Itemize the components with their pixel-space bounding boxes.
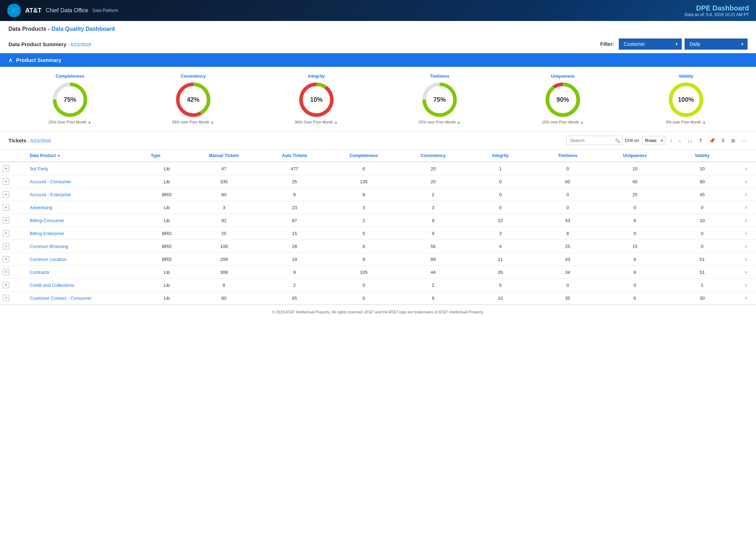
row-auto-8: 9 bbox=[261, 266, 328, 279]
product-link-8[interactable]: Contracts bbox=[30, 270, 49, 275]
row-auto-10: 65 bbox=[261, 292, 328, 305]
search-input[interactable] bbox=[566, 136, 622, 145]
sort-desc-button[interactable]: ↓ bbox=[677, 136, 683, 145]
chevron-right-icon-3[interactable]: › bbox=[745, 204, 747, 210]
customer-filter-select[interactable]: Customer Enterprise Consumer bbox=[619, 38, 682, 50]
product-link-5[interactable]: Billing-Enterprise bbox=[30, 231, 64, 236]
row-expand-0[interactable]: + bbox=[0, 162, 26, 175]
row-chevron-9[interactable]: › bbox=[736, 279, 756, 292]
chevron-right-icon-1[interactable]: › bbox=[745, 178, 747, 184]
breadcrumb-current[interactable]: Data Quality Dashboard bbox=[51, 26, 115, 32]
pin-button[interactable]: 📌 bbox=[707, 136, 717, 145]
chevron-right-icon-4[interactable]: › bbox=[745, 217, 747, 223]
row-chevron-5[interactable]: › bbox=[736, 227, 756, 240]
chevron-right-icon-8[interactable]: › bbox=[745, 269, 747, 275]
product-link-1[interactable]: Account - Consumer bbox=[30, 179, 71, 184]
row-completeness-0: 6 bbox=[328, 162, 400, 175]
expand-button-2[interactable]: + bbox=[3, 191, 9, 198]
row-auto-2: 8 bbox=[261, 188, 328, 201]
product-link-0[interactable]: 3rd Party bbox=[30, 166, 48, 171]
search-wrapper[interactable] bbox=[566, 136, 622, 145]
rows-wrapper[interactable]: Rows bbox=[642, 136, 665, 145]
expand-button-5[interactable]: + bbox=[3, 230, 9, 236]
period-filter-wrapper[interactable]: Daily Weekly Monthly bbox=[685, 38, 748, 50]
gauge-sub-4: 10% over Prior Month ▲ bbox=[501, 120, 624, 124]
row-uniqueness-1: 40 bbox=[601, 175, 668, 188]
header-right: DPE Dashboard Data as of: 5.8, 2019 10:2… bbox=[685, 4, 749, 17]
expand-button-9[interactable]: + bbox=[3, 282, 9, 288]
row-expand-1[interactable]: + bbox=[0, 175, 26, 188]
row-type-10: Lib bbox=[147, 292, 187, 305]
row-expand-6[interactable]: + bbox=[0, 240, 26, 253]
expand-button-3[interactable]: + bbox=[3, 204, 9, 211]
th-expand bbox=[0, 150, 26, 162]
expand-button-4[interactable]: + bbox=[3, 217, 9, 223]
row-expand-3[interactable]: + bbox=[0, 201, 26, 214]
row-chevron-4[interactable]: › bbox=[736, 214, 756, 227]
gauge-timliness: Timliness 75% 25% over Prior Month ▲ bbox=[378, 74, 501, 124]
tickets-title: Tickets bbox=[8, 137, 26, 143]
table-row: + 3rd Party Lib 47 477 6 20 1 0 10 10 › bbox=[0, 162, 756, 175]
chevron-right-icon-0[interactable]: › bbox=[745, 165, 747, 171]
row-expand-2[interactable]: + bbox=[0, 188, 26, 201]
th-data-product[interactable]: Data Product ▼ bbox=[26, 150, 147, 162]
rows-select[interactable]: Rows bbox=[642, 136, 665, 145]
chevron-right-icon-10[interactable]: › bbox=[745, 295, 747, 301]
row-timliness-7: 43 bbox=[534, 253, 601, 266]
row-consistency-0: 20 bbox=[399, 162, 467, 175]
sort-desc-alt-button[interactable]: ↓↓ bbox=[686, 136, 694, 145]
expand-button-10[interactable]: + bbox=[3, 295, 9, 301]
product-link-10[interactable]: Customer Contact - Consumer bbox=[30, 296, 91, 301]
row-chevron-7[interactable]: › bbox=[736, 253, 756, 266]
expand-button-0[interactable]: + bbox=[3, 165, 9, 172]
row-chevron-8[interactable]: › bbox=[736, 266, 756, 279]
row-chevron-3[interactable]: › bbox=[736, 201, 756, 214]
expand-button-7[interactable]: + bbox=[3, 256, 9, 262]
row-uniqueness-6: 15 bbox=[601, 240, 668, 253]
gauge-arrow-4: ▲ bbox=[580, 120, 584, 124]
chevron-right-icon-9[interactable]: › bbox=[745, 282, 747, 288]
product-link-2[interactable]: Account - Enterprise bbox=[30, 192, 71, 197]
row-expand-8[interactable]: + bbox=[0, 266, 26, 279]
filter-button[interactable]: ⊽ bbox=[720, 136, 727, 145]
sort-asc-button[interactable]: ↑ bbox=[668, 136, 674, 145]
row-chevron-2[interactable]: › bbox=[736, 188, 756, 201]
table-body: + 3rd Party Lib 47 477 6 20 1 0 10 10 › … bbox=[0, 162, 756, 305]
product-link-6[interactable]: Common Browsing bbox=[30, 244, 68, 249]
row-expand-4[interactable]: + bbox=[0, 214, 26, 227]
more-button[interactable]: ··· bbox=[740, 136, 748, 145]
row-expand-5[interactable]: + bbox=[0, 227, 26, 240]
tickets-title-row: Tickets - 5/22/2019 bbox=[8, 137, 51, 143]
row-consistency-3: 3 bbox=[399, 201, 467, 214]
product-summary-label: Product Summary bbox=[16, 57, 61, 63]
row-chevron-10[interactable]: › bbox=[736, 292, 756, 305]
gauge-container-3: 75% bbox=[422, 82, 457, 117]
row-manual-5: 25 bbox=[187, 227, 261, 240]
product-link-7[interactable]: Common Location bbox=[30, 257, 67, 262]
product-link-9[interactable]: Credit and Collections bbox=[30, 283, 74, 288]
period-filter-select[interactable]: Daily Weekly Monthly bbox=[685, 38, 748, 50]
chevron-right-icon-7[interactable]: › bbox=[745, 256, 747, 262]
row-product-4: Billing-Consumer bbox=[26, 214, 147, 227]
gauge-value-5: 100% bbox=[678, 96, 694, 104]
grid-button[interactable]: ⊞ bbox=[729, 136, 737, 145]
expand-button-1[interactable]: + bbox=[3, 178, 9, 185]
row-chevron-0[interactable]: › bbox=[736, 162, 756, 175]
row-expand-7[interactable]: + bbox=[0, 253, 26, 266]
collapse-icon[interactable]: ∧ bbox=[8, 57, 13, 63]
expand-button-8[interactable]: + bbox=[3, 269, 9, 275]
product-link-4[interactable]: Billing-Consumer bbox=[30, 218, 64, 223]
product-link-3[interactable]: Advertising bbox=[30, 205, 52, 210]
row-expand-10[interactable]: + bbox=[0, 292, 26, 305]
expand-button-6[interactable]: + bbox=[3, 243, 9, 249]
customer-filter-wrapper[interactable]: Customer Enterprise Consumer bbox=[619, 38, 682, 50]
row-consistency-6: 56 bbox=[399, 240, 467, 253]
chevron-right-icon-6[interactable]: › bbox=[745, 243, 747, 249]
chevron-right-icon-5[interactable]: › bbox=[745, 230, 747, 236]
chevron-right-icon-2[interactable]: › bbox=[745, 191, 747, 197]
row-chevron-1[interactable]: › bbox=[736, 175, 756, 188]
row-chevron-6[interactable]: › bbox=[736, 240, 756, 253]
row-integrity-10: 10 bbox=[467, 292, 534, 305]
row-expand-9[interactable]: + bbox=[0, 279, 26, 292]
move-up-button[interactable]: ⇑ bbox=[697, 136, 705, 145]
